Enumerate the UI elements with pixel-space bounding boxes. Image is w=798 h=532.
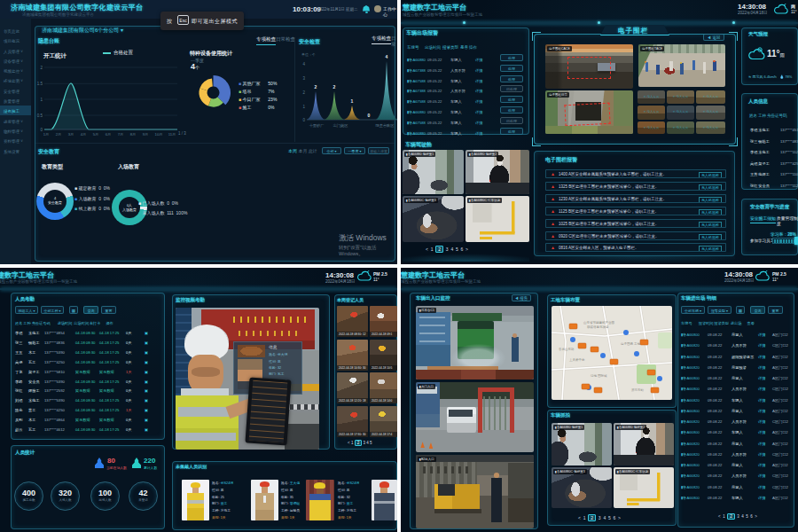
svg-text:1.5: 1.5 (37, 82, 43, 86)
svg-text:双碳信息化项目: 双碳信息化项目 (587, 325, 609, 329)
svg-text:4: 4 (302, 62, 305, 66)
svg-text:上天桥中学: 上天桥中学 (569, 357, 585, 362)
svg-text:4: 4 (386, 54, 388, 59)
svg-text:鲁班山东路: 鲁班山东路 (559, 348, 575, 351)
svg-text:11月: 11月 (168, 132, 176, 137)
svg-text:1月: 1月 (43, 132, 50, 137)
svg-text:9月: 9月 (143, 132, 149, 137)
svg-text:绿地 国际城: 绿地 国际城 (591, 374, 607, 378)
svg-text:山东省节能建筑产业园: 山东省节能建筑产业园 (583, 321, 615, 325)
svg-text:1: 1 (351, 98, 354, 104)
svg-text:电子国堡 工地: 电子国堡 工地 (621, 341, 640, 346)
svg-text:2: 2 (40, 66, 43, 70)
svg-text:隐患台账区: 隐患台账区 (376, 123, 395, 128)
svg-text:2: 2 (315, 84, 317, 90)
svg-text:济南东站: 济南东站 (631, 388, 645, 392)
svg-text:4月: 4月 (81, 132, 87, 137)
svg-text:单位：个: 单位：个 (301, 52, 316, 57)
svg-text:8月: 8月 (130, 132, 137, 137)
svg-text:10月: 10月 (155, 132, 163, 137)
svg-text:0.5: 0.5 (37, 113, 43, 118)
svg-text:0: 0 (368, 113, 371, 118)
svg-text:2: 2 (302, 90, 305, 95)
svg-text:7月: 7月 (118, 132, 124, 137)
svg-text:1: 1 (302, 105, 305, 109)
svg-text:2: 2 (333, 84, 336, 90)
svg-text:2月: 2月 (56, 132, 62, 137)
svg-text:0: 0 (302, 118, 305, 122)
svg-text:1: 1 (40, 98, 43, 102)
svg-text:3月: 3月 (68, 132, 74, 137)
svg-text:6月: 6月 (106, 132, 112, 137)
svg-text:十里砂厂: 十里砂厂 (309, 123, 325, 128)
svg-text:3: 3 (302, 76, 305, 81)
svg-text:出门岗区: 出门岗区 (333, 123, 349, 129)
svg-text:5月: 5月 (93, 132, 99, 137)
